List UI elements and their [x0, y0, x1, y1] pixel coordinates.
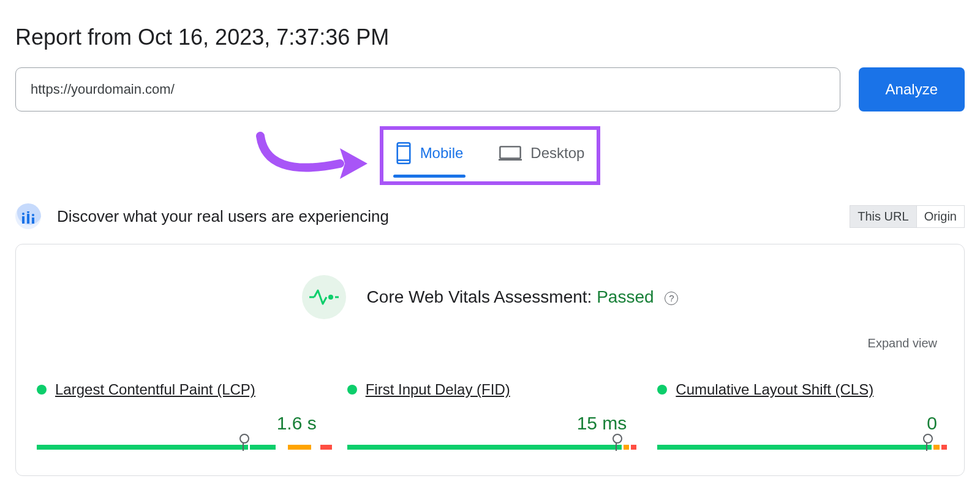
svg-rect-4 [500, 146, 521, 158]
metric-1: First Input Delay (FID)15 ms [347, 381, 633, 451]
gauge-marker-icon [243, 437, 244, 451]
metric-head: Largest Contentful Paint (LCP) [37, 381, 323, 398]
url-input[interactable] [15, 67, 840, 111]
svg-point-6 [22, 213, 24, 215]
toggle-origin[interactable]: Origin [916, 206, 964, 227]
svg-point-13 [328, 295, 333, 300]
metric-value: 0 [657, 413, 937, 434]
metric-value: 1.6 s [37, 413, 317, 434]
tab-mobile-label: Mobile [420, 145, 464, 162]
status-dot-icon [37, 385, 47, 395]
gauge-marker-icon [926, 437, 927, 451]
annotation-highlight-box: Mobile Desktop [380, 126, 601, 185]
assessment-label: Core Web Vitals Assessment: [367, 287, 597, 306]
metric-name-link[interactable]: Largest Contentful Paint (LCP) [55, 381, 255, 398]
tab-desktop[interactable]: Desktop [496, 136, 587, 175]
mobile-icon [396, 142, 412, 164]
metric-value: 15 ms [347, 413, 627, 434]
vitals-card: Core Web Vitals Assessment: Passed ? Exp… [15, 244, 965, 476]
status-dot-icon [657, 385, 667, 395]
gauge-bar [347, 445, 633, 450]
svg-rect-11 [32, 217, 34, 224]
search-row: Analyze [15, 67, 965, 111]
assessment-text: Core Web Vitals Assessment: Passed ? [367, 287, 679, 307]
discover-row: Discover what your real users are experi… [15, 203, 965, 229]
assessment-row: Core Web Vitals Assessment: Passed ? [37, 275, 943, 319]
report-title: Report from Oct 16, 2023, 7:37:36 PM [15, 25, 965, 50]
metric-2: Cumulative Layout Shift (CLS)0 [657, 381, 943, 451]
expand-view-link[interactable]: Expand view [37, 336, 937, 350]
crux-icon [15, 203, 41, 229]
device-tabs: Mobile Desktop [15, 126, 965, 185]
svg-rect-9 [27, 214, 29, 224]
metric-gauge [37, 436, 323, 451]
status-dot-icon [347, 385, 357, 395]
metric-gauge [657, 436, 943, 451]
gauge-marker-icon [616, 437, 617, 451]
help-icon[interactable]: ? [665, 292, 678, 305]
discover-heading: Discover what your real users are experi… [57, 207, 389, 226]
toggle-this-url[interactable]: This URL [850, 206, 916, 227]
metric-0: Largest Contentful Paint (LCP)1.6 s [37, 381, 323, 451]
svg-point-8 [27, 211, 29, 213]
assessment-status: Passed [597, 287, 654, 306]
vitals-badge-icon [302, 275, 346, 319]
svg-rect-7 [22, 216, 24, 224]
metric-name-link[interactable]: Cumulative Layout Shift (CLS) [676, 381, 873, 398]
analyze-button[interactable]: Analyze [859, 67, 965, 111]
metric-gauge [347, 436, 633, 451]
tab-desktop-label: Desktop [530, 145, 584, 162]
metric-name-link[interactable]: First Input Delay (FID) [366, 381, 510, 398]
desktop-icon [499, 145, 522, 162]
svg-point-10 [32, 214, 34, 216]
tab-mobile[interactable]: Mobile [393, 136, 466, 175]
annotation-arrow-icon [248, 130, 371, 197]
metric-head: Cumulative Layout Shift (CLS) [657, 381, 943, 398]
gauge-bar [37, 445, 323, 450]
metrics-grid: Largest Contentful Paint (LCP)1.6 sFirst… [37, 381, 943, 451]
scope-toggle: This URL Origin [850, 205, 965, 228]
metric-head: First Input Delay (FID) [347, 381, 633, 398]
gauge-bar [657, 445, 943, 450]
